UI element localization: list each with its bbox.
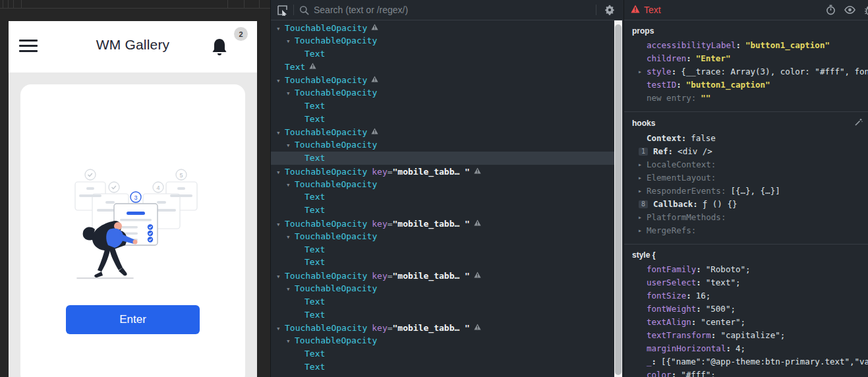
- tree-row[interactable]: ▾TouchableOpacity: [271, 21, 614, 34]
- expand-arrow-icon[interactable]: ▸: [638, 158, 642, 171]
- field-value[interactable]: ƒ () {}: [703, 199, 738, 209]
- inspect-dom-eye-icon[interactable]: [844, 6, 855, 14]
- style-row: _:[{"name":"@app-theme:btn-primary.text"…: [632, 355, 868, 368]
- field-value[interactable]: [{"name":"@app-theme:btn-primary.text","…: [661, 357, 868, 366]
- tree-row[interactable]: Text: [271, 204, 614, 217]
- warning-icon: [474, 217, 481, 230]
- expand-arrow-icon[interactable]: ▸: [638, 185, 642, 198]
- debug-bug-icon[interactable]: [864, 5, 868, 15]
- notification-badge: 2: [234, 27, 248, 41]
- warning-icon: [371, 125, 378, 138]
- collapse-caret-icon[interactable]: ▾: [286, 179, 295, 192]
- tree-row[interactable]: ▾TouchableOpacity: [271, 86, 614, 100]
- expand-arrow-icon[interactable]: ▸: [638, 171, 642, 185]
- field-value[interactable]: "center";: [701, 317, 745, 327]
- collapse-caret-icon[interactable]: ▾: [276, 270, 285, 283]
- tree-row[interactable]: Text: [271, 347, 614, 361]
- parse-hook-names-wand-icon[interactable]: [854, 118, 863, 129]
- key-attribute: key: [372, 271, 387, 281]
- tree-row[interactable]: Text: [271, 256, 614, 269]
- field-key: LocaleContext: [647, 160, 711, 169]
- tree-row[interactable]: ▾TouchableOpacity: [271, 178, 614, 191]
- tree-row[interactable]: Text: [271, 295, 614, 308]
- props-row[interactable]: new entry:"": [632, 92, 868, 105]
- tree-row[interactable]: Text: [271, 190, 614, 204]
- collapse-caret-icon[interactable]: ▾: [276, 166, 285, 179]
- hooks-row[interactable]: ▸LocaleContext:: [632, 158, 868, 171]
- tree-row[interactable]: Text: [271, 113, 614, 126]
- field-value[interactable]: 4;: [736, 343, 745, 353]
- section-props: propsaccessibilityLabel:"button1_caption…: [624, 20, 868, 112]
- hooks-row[interactable]: ▸ResponderEvents:[{…}, {…}]: [632, 185, 868, 198]
- collapse-caret-icon[interactable]: ▾: [286, 35, 295, 48]
- field-key: textTransform: [647, 330, 711, 340]
- tree-row[interactable]: ▾TouchableOpacity: [271, 73, 614, 86]
- hooks-row[interactable]: ▸ElementLayout:: [632, 171, 868, 185]
- tree-row[interactable]: ▾TouchableOpacitykey="mobile_tabb… ": [271, 321, 614, 334]
- tree-row[interactable]: Text: [271, 100, 614, 113]
- collapse-caret-icon[interactable]: ▾: [286, 283, 295, 296]
- field-key: Callback: [653, 199, 693, 209]
- tree-row[interactable]: ▾TouchableOpacity: [271, 230, 614, 243]
- collapse-caret-icon[interactable]: ▾: [276, 322, 285, 335]
- tree-row[interactable]: Text: [271, 308, 614, 322]
- tree-row[interactable]: ▾TouchableOpacity: [271, 138, 614, 152]
- inspect-element-icon[interactable]: [271, 5, 293, 16]
- field-value[interactable]: "Enter": [696, 53, 731, 63]
- component-name: Text: [304, 114, 325, 124]
- collapse-caret-icon[interactable]: ▾: [276, 127, 285, 140]
- hooks-row[interactable]: ▸PlatformMethods:: [632, 211, 868, 224]
- field-value[interactable]: "capitalize";: [720, 330, 785, 340]
- component-name: Text: [304, 192, 325, 202]
- expand-arrow-icon[interactable]: ▸: [638, 65, 642, 78]
- collapse-caret-icon[interactable]: ▾: [286, 335, 295, 348]
- tree-row[interactable]: ▾TouchableOpacitykey="mobile_tabb… ": [271, 269, 614, 282]
- key-attribute: =: [388, 167, 393, 177]
- collapse-caret-icon[interactable]: ▾: [276, 218, 285, 231]
- field-value[interactable]: 16;: [696, 291, 711, 301]
- collapse-caret-icon[interactable]: ▾: [286, 87, 295, 100]
- field-value[interactable]: "Roboto";: [706, 264, 751, 274]
- tree-row[interactable]: ▾TouchableOpacity: [271, 334, 614, 347]
- field-value[interactable]: "button1_caption": [745, 40, 830, 50]
- tree-row[interactable]: ▾TouchableOpacity: [271, 125, 614, 138]
- field-value[interactable]: false: [691, 133, 716, 143]
- notifications-button[interactable]: 2: [210, 37, 236, 63]
- hooks-row[interactable]: ▸MergeRefs:: [632, 224, 868, 237]
- tree-row[interactable]: Text: [271, 361, 614, 374]
- tree-row[interactable]: Text: [271, 243, 614, 256]
- field-value[interactable]: "": [701, 93, 710, 103]
- field-value[interactable]: [{…}, {…}]: [730, 186, 780, 196]
- collapse-caret-icon[interactable]: ▾: [276, 74, 285, 88]
- tree-scrollbar[interactable]: [614, 20, 622, 377]
- collapse-caret-icon[interactable]: ▾: [286, 231, 295, 244]
- tree-row[interactable]: ▾TouchableOpacitykey="mobile_tabb… ": [271, 165, 614, 178]
- warning-icon: [474, 165, 481, 178]
- field-value[interactable]: "500";: [706, 304, 736, 314]
- field-value[interactable]: "text";: [706, 277, 741, 287]
- key-attribute: =: [388, 271, 393, 281]
- field-value[interactable]: "#fff";: [681, 370, 716, 377]
- expand-arrow-icon[interactable]: ▸: [638, 211, 642, 224]
- field-value[interactable]: "button1_caption": [686, 80, 770, 90]
- hook-index-badge: 1: [639, 148, 648, 156]
- tree-row[interactable]: ▾TouchableOpacity: [271, 34, 614, 47]
- tree-row[interactable]: Text: [271, 47, 614, 61]
- enter-button[interactable]: Enter: [66, 305, 200, 334]
- settings-gear-icon[interactable]: [596, 5, 623, 15]
- field-value[interactable]: {__trace: Array(3), color: "#fff", fontF…: [681, 67, 868, 76]
- tree-row[interactable]: ▾TouchableOpacity: [271, 282, 614, 295]
- tree-row[interactable]: Text: [271, 152, 614, 165]
- collapse-caret-icon[interactable]: ▾: [286, 139, 295, 152]
- field-key: fontFamily: [647, 264, 696, 274]
- scrollbar-thumb[interactable]: [615, 24, 622, 375]
- search-input[interactable]: [314, 5, 596, 15]
- warning-icon: [474, 269, 481, 282]
- field-value[interactable]: <div />: [678, 146, 712, 156]
- tree-row[interactable]: ▾TouchableOpacitykey="mobile_tabb… ": [271, 217, 614, 230]
- suspense-timer-icon[interactable]: [826, 5, 836, 15]
- collapse-caret-icon[interactable]: ▾: [276, 22, 285, 36]
- props-row[interactable]: ▸style:{__trace: Array(3), color: "#fff"…: [632, 65, 868, 78]
- expand-arrow-icon[interactable]: ▸: [638, 224, 642, 237]
- tree-row[interactable]: Text: [271, 60, 614, 73]
